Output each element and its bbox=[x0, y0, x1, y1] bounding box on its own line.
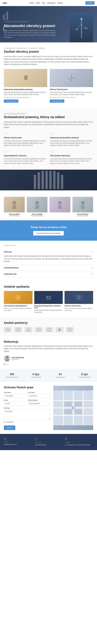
svg-rect-56 bbox=[65, 402, 72, 407]
col-6 bbox=[53, 171, 56, 189]
form-submit-button[interactable]: Submit bbox=[4, 426, 15, 430]
team-role-1: Kierownik biura bbox=[4, 215, 25, 216]
lawyer-num-4: 04 bbox=[50, 150, 93, 154]
svg-point-22 bbox=[81, 201, 85, 204]
svg-point-16 bbox=[12, 201, 16, 204]
svg-text:✦: ✦ bbox=[38, 329, 39, 330]
person-3-silhouette bbox=[57, 200, 63, 209]
meeting-text-3: At vero eos et accusam et justo duo dolo… bbox=[65, 307, 93, 312]
stat-label-3: Nagrody prawne bbox=[51, 376, 70, 378]
stat-num-4: 0 tys. bbox=[75, 372, 95, 376]
accordion-header-civil[interactable]: Civil Law ∧ bbox=[4, 249, 93, 255]
stat-num-2: 0 tys. bbox=[27, 372, 46, 376]
svg-point-65 bbox=[66, 438, 66, 439]
svg-point-27 bbox=[46, 296, 48, 298]
map-container bbox=[53, 386, 93, 430]
ref-dot-3[interactable] bbox=[7, 364, 8, 365]
col-3 bbox=[41, 171, 44, 189]
lawyer-item-2: 02 Gwarancja doskonałości prawnej Lorem … bbox=[50, 132, 93, 146]
services-section: NASZE USŁUGI Civil Law ∧ Lorem ipsum dol… bbox=[0, 241, 97, 281]
svg-point-28 bbox=[49, 296, 51, 298]
card-1-sample: Sample text. Click to select the Text El… bbox=[4, 97, 47, 98]
svg-rect-3 bbox=[76, 29, 78, 30]
col-7 bbox=[57, 172, 59, 189]
contact-form-title: Ochrona Twoich praw bbox=[4, 386, 50, 389]
stat-item-4: 0 tys. Przypadków obrony bbox=[73, 369, 97, 382]
team-photo-2 bbox=[27, 197, 48, 212]
ref-dot-2[interactable] bbox=[6, 364, 7, 365]
team-photo-3 bbox=[50, 197, 70, 212]
nav-link-home[interactable]: Home bbox=[30, 2, 34, 4]
expert-text: Lorem ipsum dolor sit amet, consectetur … bbox=[4, 55, 93, 66]
input-message[interactable] bbox=[4, 409, 50, 420]
form-row-contact: E-mail Phone Number bbox=[4, 400, 50, 406]
court-banner bbox=[0, 170, 97, 190]
col-1 bbox=[34, 175, 36, 189]
svg-point-20 bbox=[58, 201, 62, 204]
hero-content: SPRAWIEDLIWOŚĆ I DOBROBYCIE Niezawodni o… bbox=[4, 21, 58, 38]
navbar: logo Home About FAQ Pricing Plan Contact… bbox=[0, 0, 97, 6]
newsletter-checkbox[interactable] bbox=[4, 421, 5, 423]
navbar-links: Home About FAQ Pricing Plan Contact bbox=[30, 2, 63, 4]
team-card-4: NAT REYNOLDS Księgowy-analityk bbox=[72, 197, 93, 216]
accordion-header-corporate[interactable]: Corporate Law ∨ bbox=[4, 271, 93, 277]
card-2-text: Lorem ipsum dolor sit amet, consectetur … bbox=[50, 91, 93, 96]
footer-email-label: E-mail bbox=[4, 441, 32, 443]
card-1-btn[interactable]: Przeczytaj więcej bbox=[4, 100, 18, 103]
svg-text:♦: ♦ bbox=[49, 329, 49, 330]
lawyer-item-4: 04 Twoi Zaufani Rzecznicy Lorem ipsum do… bbox=[50, 150, 93, 164]
lawyers-label: TWOI ZAUFANI RZECZNICY bbox=[4, 113, 93, 114]
nav-link-contact[interactable]: Contact bbox=[57, 2, 63, 4]
svg-rect-21 bbox=[58, 205, 62, 209]
ref-name: NAT REYNOLDS bbox=[12, 357, 24, 358]
accordion-chevron-civil: ∧ bbox=[92, 250, 93, 253]
svg-text:FOR OUR: FOR OUR bbox=[77, 297, 80, 298]
col-8 bbox=[61, 175, 63, 189]
form-group-message: Message bbox=[4, 407, 50, 420]
card-2-btn[interactable]: Przeczytaj więcej bbox=[50, 100, 64, 103]
expert-section: ROZWIĄZANIA EKSPERCKIE W ZAKRESIE PRAWA … bbox=[0, 42, 97, 108]
navbar-cta-button[interactable]: Contact bbox=[86, 1, 95, 5]
svg-text:⚖: ⚖ bbox=[28, 330, 29, 331]
nav-link-pricing[interactable]: Pricing Plan bbox=[47, 2, 55, 4]
input-lastname[interactable] bbox=[28, 394, 50, 398]
stat-label-2: Rezerwa prawna bbox=[27, 376, 46, 378]
nav-link-about[interactable]: About bbox=[36, 2, 40, 4]
meeting-icon bbox=[45, 294, 52, 301]
label-lastname: Last Name bbox=[28, 392, 50, 393]
contact-footer-grid: E-mail info@yoursite.com Telefon +48 000… bbox=[4, 438, 93, 446]
card-2-image bbox=[50, 69, 93, 87]
references-title: Referencje bbox=[4, 340, 93, 344]
footer-address-icon-label bbox=[65, 438, 93, 441]
col-4 bbox=[45, 171, 48, 189]
map-display bbox=[53, 386, 93, 430]
references-text: Lorem ipsum dolor sit amet, consectetur … bbox=[4, 345, 93, 353]
footer-address-value: ul. Przykładowa 1 00-000 Warszawa bbox=[65, 444, 93, 446]
contact-footer-section: E-mail info@yoursite.com Telefon +48 000… bbox=[0, 434, 97, 450]
svg-rect-6 bbox=[24, 76, 27, 80]
ref-dot-1[interactable] bbox=[4, 364, 5, 365]
partner-icon-7: ⚡ bbox=[68, 328, 72, 332]
team-name-2: JACK ALVAREZ bbox=[27, 214, 48, 215]
meetings-section: Ostatnie spotkania Twoi partnerzy sprawi… bbox=[0, 281, 97, 317]
concert-icon bbox=[14, 294, 22, 301]
cta-button[interactable]: Uzyskaj bezpłatną konsultację bbox=[33, 231, 64, 236]
form-group-lastname: Last Name bbox=[28, 392, 50, 398]
svg-text:LIVES: LIVES bbox=[78, 298, 80, 299]
input-firstname[interactable] bbox=[4, 394, 26, 398]
lawyer-text-4: Lorem ipsum dolor sit amet, consectetur … bbox=[50, 158, 93, 164]
footer-phone-value: +48 000 000 000 bbox=[34, 444, 63, 446]
input-email[interactable] bbox=[4, 402, 26, 406]
newsletter-group: Newsletter bbox=[4, 421, 50, 423]
hero-badge: SPRAWIEDLIWOŚĆ I DOBROBYCIE bbox=[4, 21, 58, 22]
meeting-img-2 bbox=[34, 291, 63, 304]
svg-point-47 bbox=[6, 356, 8, 359]
lawyer-num-1: 01 bbox=[4, 132, 47, 136]
input-phone[interactable] bbox=[28, 402, 50, 406]
nav-link-faq[interactable]: FAQ bbox=[42, 2, 45, 4]
accordion-header-criminal[interactable]: Criminal Defense ∨ bbox=[4, 265, 93, 271]
accordion-body-civil: Lorem ipsum dolor sit amet, consectetur … bbox=[4, 255, 93, 264]
person-4-silhouette bbox=[80, 200, 86, 209]
partner-logo-3: ⚖ bbox=[25, 327, 32, 332]
stat-item-1: 0% Doświadczeni klienci bbox=[0, 369, 24, 382]
